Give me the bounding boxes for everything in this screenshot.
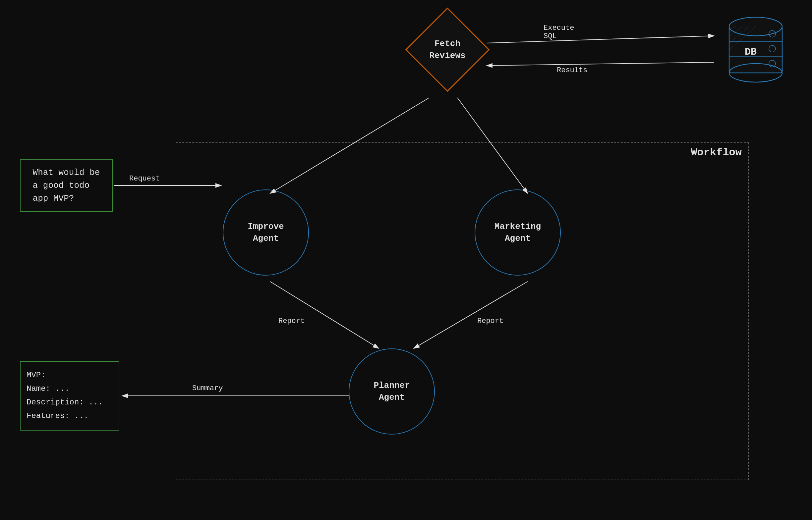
database-svg: DB — [726, 10, 786, 83]
workflow-label: Workflow — [691, 147, 742, 159]
improve-agent-circle: Improve Agent — [223, 189, 309, 276]
fetch-reviews-label: Fetch Reviews — [404, 7, 491, 93]
input-box-text: What would be a good todo app MVP? — [33, 166, 100, 205]
input-box: What would be a good todo app MVP? — [20, 159, 113, 212]
output-box: MVP: Name: ... Description: ... Features… — [20, 361, 119, 431]
svg-text:SQL: SQL — [544, 32, 557, 41]
execute-sql-label: Execute — [544, 24, 574, 32]
svg-line-15 — [487, 36, 714, 43]
svg-line-17 — [487, 62, 714, 66]
output-box-text: MVP: Name: ... Description: ... Features… — [26, 369, 103, 423]
db-label: DB — [745, 46, 757, 58]
planner-agent-circle: Planner Agent — [349, 348, 435, 435]
diagram-container: What would be a good todo app MVP? MVP: … — [0, 0, 812, 520]
workflow-box: Workflow Improve Agent Marketing Agent P… — [176, 142, 749, 480]
marketing-agent-circle: Marketing Agent — [475, 189, 561, 276]
fetch-reviews-diamond-container: Fetch Reviews — [404, 7, 491, 93]
improve-agent-label: Improve Agent — [248, 220, 284, 245]
planner-agent-label: Planner Agent — [373, 380, 410, 404]
request-label: Request — [129, 175, 160, 183]
results-label: Results — [557, 66, 587, 75]
marketing-agent-label: Marketing Agent — [494, 220, 541, 245]
